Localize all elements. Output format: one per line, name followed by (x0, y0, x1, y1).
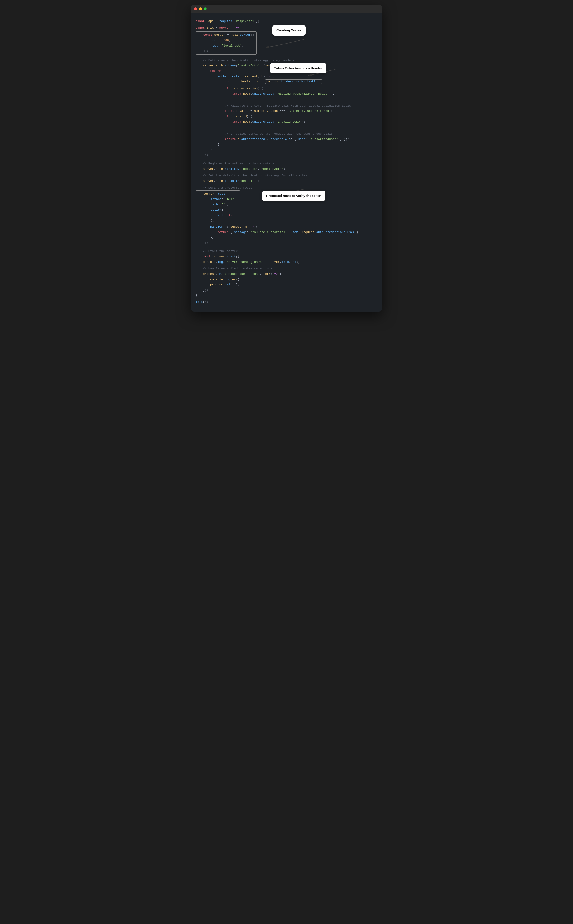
code-line: const server = Hapi.server({ (196, 32, 254, 38)
code-line: process.on('unhandledRejection', (err) =… (196, 271, 377, 277)
code-line: return h.authenticated({ credentials: { … (196, 136, 377, 142)
code-line: throw Boom.unauthorized('Missing authori… (196, 91, 377, 97)
titlebar (191, 5, 382, 13)
code-line: }); (196, 49, 254, 54)
code-line (196, 246, 377, 249)
code-line: // Set the default authentication strate… (196, 173, 377, 179)
code-line: // Start the server (196, 249, 377, 254)
code-line: option: { (196, 207, 238, 213)
code-line: // Handle unhandled promise rejections (196, 266, 377, 271)
code-line: auth: true, (196, 213, 238, 218)
code-line: if (!authorization) { (196, 86, 377, 91)
code-line: throw Boom.unauthorized('Invalid token')… (196, 119, 377, 125)
code-line: server.auth.strategy('default', 'customA… (196, 166, 377, 172)
code-line: }); (196, 240, 377, 246)
code-line: }; (196, 147, 377, 153)
code-line: // If valid, continue the request with t… (196, 131, 377, 136)
code-line (196, 158, 377, 161)
code-line: handler: (request, h) => { (196, 224, 377, 230)
code-line: server.route({ (196, 191, 238, 197)
code-line: } (196, 96, 377, 102)
code-line: // Register the authentication strategy (196, 161, 377, 166)
code-line: // Validate the token (replace this with… (196, 103, 377, 109)
code-line: process.exit(1); (196, 282, 377, 287)
code-line: console.log(err); (196, 277, 377, 282)
close-button[interactable] (194, 8, 197, 10)
server-creation-box: const server = Hapi.server({ port: 3000,… (196, 31, 257, 55)
creating-server-section: Creating Server const server = Hapi.serv… (196, 31, 377, 55)
route-box: server.route({ method: 'GET', path: '/',… (196, 190, 240, 224)
code-line: const isValid = authorization === 'Beare… (196, 108, 377, 114)
code-line: await server.start(); (196, 254, 377, 260)
code-line: }; (196, 218, 238, 223)
code-line: // Define an authentication strategy usi… (196, 58, 377, 63)
code-line: server.auth.default('default'); (196, 179, 377, 184)
protected-route-section: Protected route to verify the token // D… (196, 185, 377, 246)
code-line: // Define a protected route (196, 185, 377, 191)
minimize-button[interactable] (199, 8, 202, 10)
code-line: }, (196, 235, 377, 240)
code-line: return { message: 'You are authorized', … (196, 230, 377, 235)
code-line: init(); (196, 299, 377, 305)
code-line: } (196, 124, 377, 130)
token-extraction-section: Token Extraction from Header return { au… (196, 69, 377, 85)
code-line: host: 'localhost', (196, 43, 254, 49)
code-line: }; (196, 293, 377, 298)
code-line: }); (196, 152, 377, 158)
code-line: console.log('Server running on %s', serv… (196, 260, 377, 265)
creating-server-annotation: Creating Server (272, 25, 306, 36)
code-line: const authorization = request.headers.au… (196, 79, 377, 85)
code-line: method: 'GET', (196, 197, 238, 202)
authorization-highlight: request.headers.authorization; (265, 80, 322, 84)
code-line: }); (196, 287, 377, 293)
editor-window: const Hapi = require('@hapi/hapi'); cons… (191, 5, 382, 312)
protected-route-annotation: Protected route to verify the token (262, 191, 325, 201)
code-line (196, 55, 377, 58)
code-wrapper: const Hapi = require('@hapi/hapi'); cons… (196, 19, 377, 305)
token-extraction-annotation: Token Extraction from Header (270, 63, 326, 74)
code-line: authenticate: (request, h) => { (196, 74, 377, 79)
code-area: const Hapi = require('@hapi/hapi'); cons… (191, 13, 382, 312)
code-line: port: 3000, (196, 38, 254, 43)
code-line: path: '/', (196, 202, 238, 207)
code-line: }, (196, 142, 377, 147)
code-line: const Hapi = require('@hapi/hapi'); (196, 19, 377, 24)
code-line: if (!isValid) { (196, 114, 377, 119)
maximize-button[interactable] (204, 8, 207, 10)
